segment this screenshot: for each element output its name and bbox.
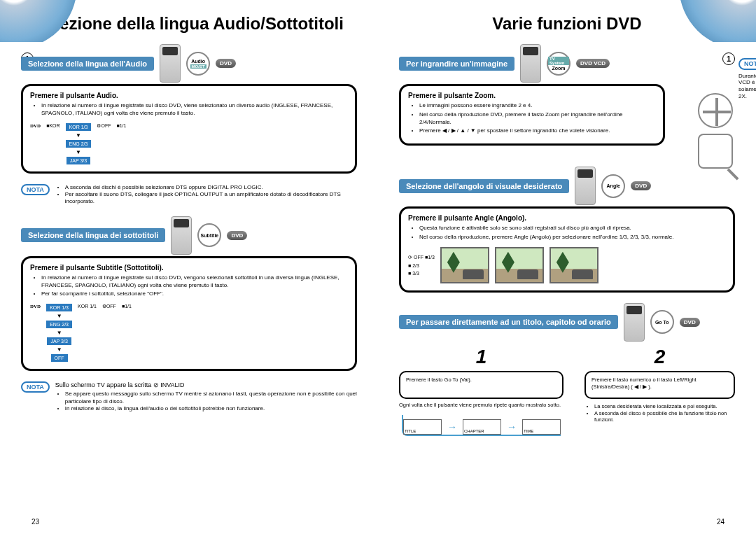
button-label: Subtitle: [201, 233, 219, 238]
osd-text: 1/1: [125, 304, 132, 309]
osd-text: OFF: [106, 304, 116, 309]
button-label: Go To: [655, 320, 669, 325]
section-tab: Selezione della lingua dei sottotitoli: [21, 228, 165, 242]
section-goto: Per passare direttamente ad un titolo, c…: [399, 303, 735, 436]
bullet: A seconda del disco è possibile che la f…: [594, 410, 735, 424]
content-box-zoom: Premere il pulsante Zoom. Le immagini po…: [399, 84, 665, 146]
button-label: Zoom: [552, 66, 566, 71]
audio-button-icon: Audio MO/ST: [186, 52, 210, 76]
page-right: Varie funzioni DVD 1 Per ingrandire un'i…: [378, 0, 756, 534]
step-footnote: Ogni volta che il pulsante viene premuto…: [399, 402, 564, 408]
bullet: Questa funzione è attivabile solo se son…: [419, 225, 726, 232]
osd-text: KOR 1/1: [78, 304, 97, 309]
osd-tag: KOR 1/3: [66, 123, 92, 131]
content-box-subtitle: Premere il pulsante Subtitle (Sottotitol…: [21, 256, 357, 371]
button-sub-label: TV System: [548, 57, 569, 65]
nota-badge: NOTA: [21, 381, 50, 393]
nota-bullet: Se appare questo messaggio sullo schermo…: [65, 391, 357, 405]
osd-mini: TITLE: [403, 419, 442, 435]
nota-badge: NOTA: [21, 184, 50, 195]
remote-icon: [520, 44, 541, 83]
goto-button-icon: Go To: [650, 310, 674, 334]
arrow-icon: →: [447, 421, 457, 433]
step-number: 2: [584, 346, 735, 368]
page-number: 23: [31, 518, 39, 526]
bullet: La scena desiderata viene localizzata e …: [594, 403, 735, 410]
osd-tag: JAP 3/3: [47, 337, 71, 345]
page-number: 24: [717, 518, 724, 526]
nota-bullet: In relazione al disco, la lingua dell'au…: [65, 405, 357, 412]
section-tab: Selezione della lingua dell'Audio: [21, 57, 154, 71]
remote-icon: [160, 44, 181, 83]
dvd-badge: DVD: [227, 231, 247, 240]
goto-columns: 1 Premere il tasto Go To (Vai). Ogni vol…: [399, 346, 735, 436]
step-text: Premere il tasto numerico o il tasto Lef…: [592, 377, 728, 391]
dpad-icon: [698, 93, 733, 128]
nota-badge: NOTA: [738, 58, 756, 70]
bullet: Nel corso della riproduzione, premere An…: [419, 234, 726, 241]
content-box-angle: Premere il pulsante Angle (Angolo). Ques…: [399, 206, 735, 293]
dvd-badge: DVD: [631, 181, 651, 190]
osd-tag: ENG 2/3: [46, 321, 72, 328]
osd-label: TITLE: [405, 429, 440, 433]
bullet: In relazione al numero di lingue registr…: [41, 274, 348, 290]
nota-bullet: Per ascoltare il suono DTS, collegare il…: [65, 191, 357, 206]
section-angle: Selezione dell'angolo di visuale desider…: [399, 167, 735, 293]
subheading: Premere il pulsante Audio.: [30, 92, 348, 99]
subheading: Premere il pulsante Zoom.: [408, 92, 656, 99]
bullet: Per far scomparire i sottotitoli, selezi…: [41, 290, 348, 298]
osd-tag: KOR 1/3: [46, 304, 72, 311]
nota-text: Durante l'esecuzione VCD è possibile sol…: [738, 73, 756, 99]
legend-text: 2/3: [412, 263, 419, 268]
page-left: Selezione della lingua Audio/Sottotitoli…: [0, 0, 378, 534]
osd-mini: CHAPTER: [463, 419, 501, 435]
osd-tag: OFF: [51, 354, 68, 362]
dvd-badge: DVD: [216, 59, 236, 68]
legend-text: 3/3: [412, 271, 419, 276]
osd-text: OFF: [101, 123, 111, 128]
osd-label: CHAPTER: [464, 429, 500, 433]
angle-thumb-icon: [550, 247, 598, 283]
osd-tag: ENG 2/3: [66, 140, 92, 148]
bullet: Nel corso della riproduzione DVD, premer…: [419, 111, 656, 127]
section-tab: Selezione dell'angolo di visuale desider…: [399, 179, 569, 193]
osd-label: TIME: [524, 429, 559, 433]
angle-thumb-icon: [440, 247, 489, 283]
button-sub-label: MO/ST: [190, 64, 206, 69]
nota-bullet: A seconda dei dischi è possibile selezio…: [65, 184, 357, 191]
dvd-vcd-badge: DVD VCD: [576, 59, 610, 68]
osd-text: 1/1: [120, 123, 127, 128]
angle-button-icon: Angle: [601, 174, 625, 198]
subheading: Premere il pulsante Angle (Angolo).: [408, 214, 726, 222]
nota-block: NOTA A seconda dei dischi è possibile se…: [21, 184, 357, 206]
remote-icon: [624, 303, 645, 342]
osd-strip: DVD ■KOR KOR 1/3 ▼ ENG 2/3 ▼ JAP 3/3 ⚙OF…: [30, 123, 348, 164]
disc-art-icon: [644, 0, 756, 42]
section-tab: Per passare direttamente ad un titolo, c…: [399, 315, 618, 329]
step-text: Premere il tasto Go To (Vai).: [406, 377, 556, 384]
section-zoom: Per ingrandire un'immagine TV System Zoo…: [399, 44, 735, 146]
remote-icon: [171, 216, 192, 255]
bullet: In relazione al numero di lingue registr…: [41, 102, 348, 118]
subheading: Premere il pulsante Subtitle (Sottotitol…: [30, 264, 348, 272]
zoom-button-icon: TV System Zoom: [547, 52, 570, 76]
goto-strip: TITLE → CHAPTER → TIME: [402, 415, 561, 436]
osd-tag: JAP 3/3: [66, 157, 90, 164]
arrow-icon: →: [507, 421, 517, 433]
angle-thumb-icon: [495, 247, 544, 283]
step-box: Premere il tasto numerico o il tasto Lef…: [584, 371, 735, 399]
osd-strip: DVD KOR 1/3 ▼ ENG 2/3 ▼ JAP 3/3 ▼ OFF KO…: [30, 304, 348, 362]
disc-art-icon: [0, 0, 112, 42]
nota-side: NOTA Durante l'esecuzione VCD è possibil…: [738, 58, 756, 99]
button-label: Angle: [607, 183, 620, 188]
legend-text: 1/3: [428, 255, 435, 260]
bullet: Le immagini possono essere ingrandite 2 …: [419, 102, 656, 110]
section-subtitle: Selezione della lingua dei sottotitoli S…: [21, 216, 357, 371]
nota-lead: Sullo schermo TV appare la scritta ⊘ INV…: [55, 381, 357, 388]
legend-text: OFF: [414, 255, 424, 260]
section-audio: Selezione della lingua dell'Audio Audio …: [21, 44, 357, 174]
dvd-badge: DVD: [680, 318, 700, 327]
page-spread: Selezione della lingua Audio/Sottotitoli…: [0, 0, 756, 534]
osd-text: KOR: [49, 123, 59, 128]
button-label: Audio: [191, 59, 205, 64]
